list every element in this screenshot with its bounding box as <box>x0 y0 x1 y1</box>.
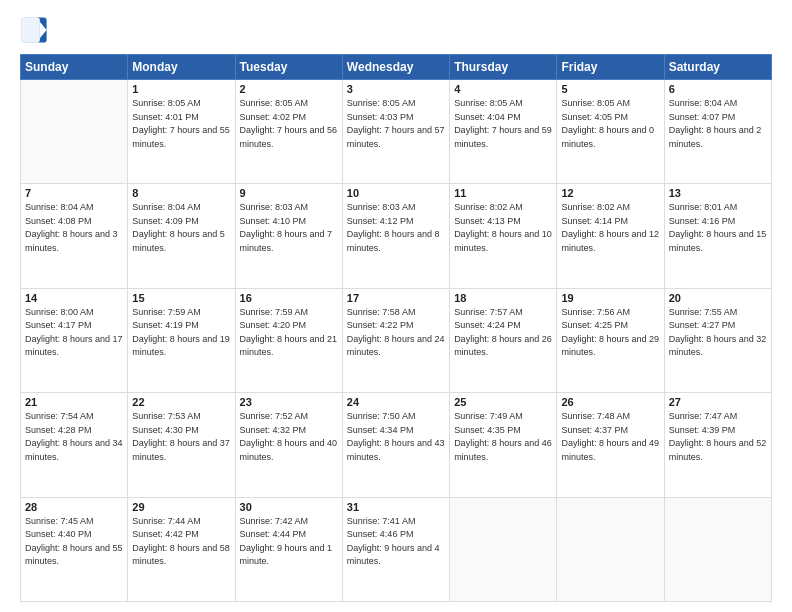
day-info: Sunrise: 8:01 AMSunset: 4:16 PMDaylight:… <box>669 201 767 255</box>
day-info: Sunrise: 8:04 AMSunset: 4:09 PMDaylight:… <box>132 201 230 255</box>
day-info: Sunrise: 8:03 AMSunset: 4:12 PMDaylight:… <box>347 201 445 255</box>
day-info: Sunrise: 7:44 AMSunset: 4:42 PMDaylight:… <box>132 515 230 569</box>
day-number: 19 <box>561 292 659 304</box>
weekday-header-tuesday: Tuesday <box>235 55 342 80</box>
day-info: Sunrise: 7:56 AMSunset: 4:25 PMDaylight:… <box>561 306 659 360</box>
day-info: Sunrise: 7:54 AMSunset: 4:28 PMDaylight:… <box>25 410 123 464</box>
calendar-cell <box>664 497 771 601</box>
calendar-cell: 8Sunrise: 8:04 AMSunset: 4:09 PMDaylight… <box>128 184 235 288</box>
day-number: 11 <box>454 187 552 199</box>
day-number: 3 <box>347 83 445 95</box>
calendar-cell: 30Sunrise: 7:42 AMSunset: 4:44 PMDayligh… <box>235 497 342 601</box>
calendar-cell: 7Sunrise: 8:04 AMSunset: 4:08 PMDaylight… <box>21 184 128 288</box>
day-number: 20 <box>669 292 767 304</box>
day-number: 25 <box>454 396 552 408</box>
day-number: 12 <box>561 187 659 199</box>
svg-rect-3 <box>21 17 39 42</box>
calendar-cell: 2Sunrise: 8:05 AMSunset: 4:02 PMDaylight… <box>235 80 342 184</box>
day-number: 5 <box>561 83 659 95</box>
calendar-cell: 20Sunrise: 7:55 AMSunset: 4:27 PMDayligh… <box>664 288 771 392</box>
calendar-cell: 1Sunrise: 8:05 AMSunset: 4:01 PMDaylight… <box>128 80 235 184</box>
calendar-cell: 28Sunrise: 7:45 AMSunset: 4:40 PMDayligh… <box>21 497 128 601</box>
calendar-cell: 19Sunrise: 7:56 AMSunset: 4:25 PMDayligh… <box>557 288 664 392</box>
day-info: Sunrise: 8:00 AMSunset: 4:17 PMDaylight:… <box>25 306 123 360</box>
day-info: Sunrise: 7:55 AMSunset: 4:27 PMDaylight:… <box>669 306 767 360</box>
day-info: Sunrise: 7:53 AMSunset: 4:30 PMDaylight:… <box>132 410 230 464</box>
day-number: 1 <box>132 83 230 95</box>
calendar-cell: 25Sunrise: 7:49 AMSunset: 4:35 PMDayligh… <box>450 393 557 497</box>
day-info: Sunrise: 8:04 AMSunset: 4:08 PMDaylight:… <box>25 201 123 255</box>
day-number: 23 <box>240 396 338 408</box>
page: SundayMondayTuesdayWednesdayThursdayFrid… <box>0 0 792 612</box>
weekday-header-wednesday: Wednesday <box>342 55 449 80</box>
calendar-cell: 10Sunrise: 8:03 AMSunset: 4:12 PMDayligh… <box>342 184 449 288</box>
day-number: 26 <box>561 396 659 408</box>
day-number: 2 <box>240 83 338 95</box>
calendar-week-row: 28Sunrise: 7:45 AMSunset: 4:40 PMDayligh… <box>21 497 772 601</box>
calendar-cell: 3Sunrise: 8:05 AMSunset: 4:03 PMDaylight… <box>342 80 449 184</box>
calendar-cell: 31Sunrise: 7:41 AMSunset: 4:46 PMDayligh… <box>342 497 449 601</box>
day-info: Sunrise: 7:42 AMSunset: 4:44 PMDaylight:… <box>240 515 338 569</box>
day-number: 30 <box>240 501 338 513</box>
weekday-header-friday: Friday <box>557 55 664 80</box>
day-info: Sunrise: 8:05 AMSunset: 4:03 PMDaylight:… <box>347 97 445 151</box>
calendar-cell: 23Sunrise: 7:52 AMSunset: 4:32 PMDayligh… <box>235 393 342 497</box>
day-info: Sunrise: 8:04 AMSunset: 4:07 PMDaylight:… <box>669 97 767 151</box>
day-number: 13 <box>669 187 767 199</box>
calendar-cell <box>557 497 664 601</box>
calendar-cell: 24Sunrise: 7:50 AMSunset: 4:34 PMDayligh… <box>342 393 449 497</box>
day-number: 24 <box>347 396 445 408</box>
day-info: Sunrise: 8:05 AMSunset: 4:01 PMDaylight:… <box>132 97 230 151</box>
calendar-cell: 5Sunrise: 8:05 AMSunset: 4:05 PMDaylight… <box>557 80 664 184</box>
calendar-cell: 16Sunrise: 7:59 AMSunset: 4:20 PMDayligh… <box>235 288 342 392</box>
day-info: Sunrise: 7:41 AMSunset: 4:46 PMDaylight:… <box>347 515 445 569</box>
day-info: Sunrise: 8:02 AMSunset: 4:14 PMDaylight:… <box>561 201 659 255</box>
calendar-cell: 22Sunrise: 7:53 AMSunset: 4:30 PMDayligh… <box>128 393 235 497</box>
calendar-cell: 4Sunrise: 8:05 AMSunset: 4:04 PMDaylight… <box>450 80 557 184</box>
logo <box>20 16 52 44</box>
weekday-header-saturday: Saturday <box>664 55 771 80</box>
day-number: 16 <box>240 292 338 304</box>
day-info: Sunrise: 7:47 AMSunset: 4:39 PMDaylight:… <box>669 410 767 464</box>
day-number: 9 <box>240 187 338 199</box>
weekday-header-thursday: Thursday <box>450 55 557 80</box>
calendar-week-row: 7Sunrise: 8:04 AMSunset: 4:08 PMDaylight… <box>21 184 772 288</box>
calendar-week-row: 21Sunrise: 7:54 AMSunset: 4:28 PMDayligh… <box>21 393 772 497</box>
day-info: Sunrise: 7:57 AMSunset: 4:24 PMDaylight:… <box>454 306 552 360</box>
calendar-cell: 14Sunrise: 8:00 AMSunset: 4:17 PMDayligh… <box>21 288 128 392</box>
day-info: Sunrise: 7:59 AMSunset: 4:19 PMDaylight:… <box>132 306 230 360</box>
calendar-cell <box>21 80 128 184</box>
day-info: Sunrise: 8:05 AMSunset: 4:02 PMDaylight:… <box>240 97 338 151</box>
day-number: 14 <box>25 292 123 304</box>
day-info: Sunrise: 8:03 AMSunset: 4:10 PMDaylight:… <box>240 201 338 255</box>
day-number: 4 <box>454 83 552 95</box>
day-info: Sunrise: 7:48 AMSunset: 4:37 PMDaylight:… <box>561 410 659 464</box>
day-number: 6 <box>669 83 767 95</box>
day-number: 22 <box>132 396 230 408</box>
calendar-cell: 26Sunrise: 7:48 AMSunset: 4:37 PMDayligh… <box>557 393 664 497</box>
calendar-cell: 29Sunrise: 7:44 AMSunset: 4:42 PMDayligh… <box>128 497 235 601</box>
day-number: 7 <box>25 187 123 199</box>
calendar-cell: 9Sunrise: 8:03 AMSunset: 4:10 PMDaylight… <box>235 184 342 288</box>
calendar-cell: 27Sunrise: 7:47 AMSunset: 4:39 PMDayligh… <box>664 393 771 497</box>
calendar-week-row: 1Sunrise: 8:05 AMSunset: 4:01 PMDaylight… <box>21 80 772 184</box>
calendar-cell <box>450 497 557 601</box>
day-info: Sunrise: 7:50 AMSunset: 4:34 PMDaylight:… <box>347 410 445 464</box>
day-number: 10 <box>347 187 445 199</box>
calendar-cell: 11Sunrise: 8:02 AMSunset: 4:13 PMDayligh… <box>450 184 557 288</box>
day-number: 18 <box>454 292 552 304</box>
calendar-cell: 6Sunrise: 8:04 AMSunset: 4:07 PMDaylight… <box>664 80 771 184</box>
day-info: Sunrise: 7:58 AMSunset: 4:22 PMDaylight:… <box>347 306 445 360</box>
day-number: 27 <box>669 396 767 408</box>
day-info: Sunrise: 8:05 AMSunset: 4:04 PMDaylight:… <box>454 97 552 151</box>
day-number: 28 <box>25 501 123 513</box>
day-number: 8 <box>132 187 230 199</box>
calendar-cell: 21Sunrise: 7:54 AMSunset: 4:28 PMDayligh… <box>21 393 128 497</box>
weekday-header-row: SundayMondayTuesdayWednesdayThursdayFrid… <box>21 55 772 80</box>
calendar-cell: 15Sunrise: 7:59 AMSunset: 4:19 PMDayligh… <box>128 288 235 392</box>
day-number: 15 <box>132 292 230 304</box>
day-info: Sunrise: 8:05 AMSunset: 4:05 PMDaylight:… <box>561 97 659 151</box>
weekday-header-monday: Monday <box>128 55 235 80</box>
day-number: 21 <box>25 396 123 408</box>
weekday-header-sunday: Sunday <box>21 55 128 80</box>
